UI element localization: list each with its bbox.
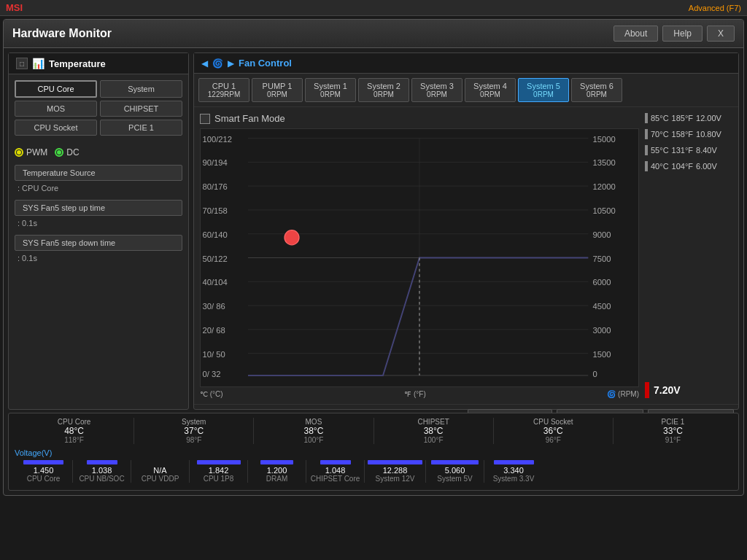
temp-readings: CPU Core48°C118°FSystem37°C98°FMOS38°C10… bbox=[15, 418, 732, 444]
fan-tab-system-1[interactable]: System 10RPM bbox=[305, 78, 356, 102]
voltage-reading-cpu-vddp: N/ACPU VDDP bbox=[131, 460, 190, 483]
current-voltage-display: 7.20V bbox=[645, 382, 732, 398]
pwm-radio[interactable]: PWM bbox=[15, 147, 47, 158]
legend-temp-f: ℉ (°F) bbox=[404, 390, 426, 398]
help-button[interactable]: Help bbox=[662, 26, 703, 42]
chart-area: Smart Fan Mode 100/212 90/194 80/176 70/… bbox=[194, 107, 738, 404]
fan-tab-label: System 4 bbox=[473, 82, 507, 90]
svg-text:3000: 3000 bbox=[593, 326, 611, 335]
temp-btn-cpu-socket[interactable]: CPU Socket bbox=[15, 120, 97, 136]
advanced-label: Advanced (F7) bbox=[689, 4, 741, 12]
voltage-val: 12.288 bbox=[383, 466, 408, 475]
fan-panel: ◀ 🌀 ▶ Fan Control CPU 11229RPMPUMP 10RPM… bbox=[193, 52, 739, 410]
smart-fan-checkbox[interactable] bbox=[200, 114, 210, 124]
temp-c: 55°C bbox=[651, 146, 669, 155]
temp-btn-cpu-core[interactable]: CPU Core bbox=[15, 80, 97, 98]
temp-btn-system[interactable]: System bbox=[100, 80, 182, 98]
fan-tab-system-6[interactable]: System 60RPM bbox=[571, 78, 622, 102]
top-section: □ 📊 Temperature CPU CoreSystemMOSCHIPSET… bbox=[8, 52, 739, 410]
step-down-group: SYS Fan5 step down time : 0.1s bbox=[15, 235, 182, 262]
temp-v: 6.00V bbox=[696, 162, 717, 171]
reading-label: MOS bbox=[306, 418, 322, 426]
step-down-value: : 0.1s bbox=[15, 254, 182, 262]
fan-panel-header: ◀ 🌀 ▶ Fan Control bbox=[194, 53, 738, 74]
temp-btn-pcie-1[interactable]: PCIE 1 bbox=[100, 120, 182, 136]
temp-reading-chipset: CHIPSET38°C100°F bbox=[374, 418, 494, 444]
window-buttons: About Help X bbox=[614, 26, 735, 42]
reading-c: 38°C bbox=[304, 426, 324, 436]
reading-f: 91°F bbox=[665, 436, 681, 444]
voltage-bar-mini bbox=[23, 460, 63, 464]
fan-tab-rpm: 0RPM bbox=[260, 90, 295, 98]
temp-scale-row: 40°C104°F6.00V bbox=[645, 161, 732, 171]
temp-source-button[interactable]: Temperature Source bbox=[15, 165, 182, 181]
temp-btn-chipset[interactable]: CHIPSET bbox=[100, 101, 182, 117]
fan-tab-system-5[interactable]: System 50RPM bbox=[518, 78, 569, 102]
temp-f: 185°F bbox=[672, 114, 693, 122]
expand-button[interactable]: □ bbox=[16, 58, 28, 69]
reading-f: 98°F bbox=[186, 436, 201, 444]
temp-reading-pcie-1: PCIE 133°C91°F bbox=[614, 418, 732, 444]
fan-tab-rpm: 0RPM bbox=[473, 90, 508, 98]
fan-tab-cpu-1[interactable]: CPU 11229RPM bbox=[198, 78, 249, 102]
fan-tab-system-4[interactable]: System 40RPM bbox=[465, 78, 516, 102]
temp-scale: 85°C185°F12.00V70°C158°F10.80V55°C131°F8… bbox=[645, 113, 732, 171]
voltage-value: 7.20V bbox=[654, 384, 681, 396]
about-button[interactable]: About bbox=[614, 26, 658, 42]
voltage-bar-mini bbox=[260, 460, 293, 464]
svg-text:7500: 7500 bbox=[593, 254, 611, 263]
close-button[interactable]: X bbox=[707, 26, 735, 42]
fan-chart: 100/212 90/194 80/176 70/158 60/140 50/1… bbox=[201, 129, 638, 386]
temperature-controls: PWM DC Temperature Source : CPU Core SYS… bbox=[9, 141, 188, 409]
reading-f: 96°F bbox=[546, 436, 561, 444]
voltage-reading-system-3.3v: 3.340System 3.3V bbox=[484, 460, 543, 483]
reading-f: 100°F bbox=[304, 436, 324, 444]
dc-label: DC bbox=[66, 147, 79, 158]
chart-right-panel: 85°C185°F12.00V70°C158°F10.80V55°C131°F8… bbox=[645, 113, 732, 398]
fan-tab-rpm: 1229RPM bbox=[206, 90, 241, 98]
svg-text:0: 0 bbox=[593, 370, 597, 378]
voltage-lbl: System 12V bbox=[376, 475, 415, 483]
fan-panel-title: Fan Control bbox=[239, 58, 292, 69]
fan-tab-rpm: 0RPM bbox=[366, 90, 401, 98]
fan-tab-system-2[interactable]: System 20RPM bbox=[358, 78, 409, 102]
content-area: □ 📊 Temperature CPU CoreSystemMOSCHIPSET… bbox=[4, 48, 743, 495]
voltage-reading-cpu-1p8: 1.842CPU 1P8 bbox=[190, 460, 248, 483]
voltage-section-label: Voltage(V) bbox=[15, 448, 732, 457]
temp-scale-row: 55°C131°F8.40V bbox=[645, 145, 732, 155]
temp-c: 40°C bbox=[651, 162, 669, 171]
step-up-group: SYS Fan5 step up time : 0.1s bbox=[15, 200, 182, 228]
fan-icon: 🌀 bbox=[212, 58, 223, 69]
dc-radio-circle[interactable] bbox=[55, 148, 63, 157]
temp-reading-system: System37°C98°F bbox=[134, 418, 254, 444]
temp-scale-row: 85°C185°F12.00V bbox=[645, 113, 732, 123]
reading-label: PCIE 1 bbox=[662, 418, 685, 426]
reading-label: CHIPSET bbox=[417, 418, 449, 426]
fan-tab-label: System 2 bbox=[367, 82, 400, 90]
smart-fan-header: Smart Fan Mode bbox=[200, 113, 639, 124]
temp-reading-cpu-socket: CPU Socket36°C96°F bbox=[494, 418, 614, 444]
svg-text:12000: 12000 bbox=[593, 182, 616, 191]
reading-label: System bbox=[182, 418, 206, 426]
svg-text:70/158: 70/158 bbox=[203, 206, 228, 215]
legend-temp-c: ℃ (°C) bbox=[200, 390, 223, 398]
chart-legend: ℃ (°C) ℉ (°F) 🌀 (RPM) bbox=[200, 390, 639, 398]
svg-text:90/194: 90/194 bbox=[203, 158, 228, 167]
temperature-title: Temperature bbox=[49, 58, 106, 69]
step-down-button[interactable]: SYS Fan5 step down time bbox=[15, 235, 182, 251]
temp-reading-cpu-core: CPU Core48°C118°F bbox=[15, 418, 134, 444]
step-up-button[interactable]: SYS Fan5 step up time bbox=[15, 200, 182, 216]
fan-tab-system-3[interactable]: System 30RPM bbox=[411, 78, 462, 102]
voltage-lbl: System 3.3V bbox=[493, 475, 535, 483]
reading-c: 38°C bbox=[424, 426, 444, 436]
reading-label: CPU Socket bbox=[533, 418, 573, 426]
fan-tab-rpm: 0RPM bbox=[526, 90, 561, 98]
dc-radio[interactable]: DC bbox=[55, 147, 79, 158]
reading-f: 100°F bbox=[424, 436, 444, 444]
voltage-bar-mini bbox=[87, 460, 117, 464]
pwm-radio-circle[interactable] bbox=[15, 148, 23, 157]
temp-btn-mos[interactable]: MOS bbox=[15, 101, 97, 117]
voltage-bar-mini bbox=[431, 460, 479, 464]
fan-tab-pump-1[interactable]: PUMP 10RPM bbox=[252, 78, 303, 102]
temp-v: 10.80V bbox=[696, 130, 721, 139]
